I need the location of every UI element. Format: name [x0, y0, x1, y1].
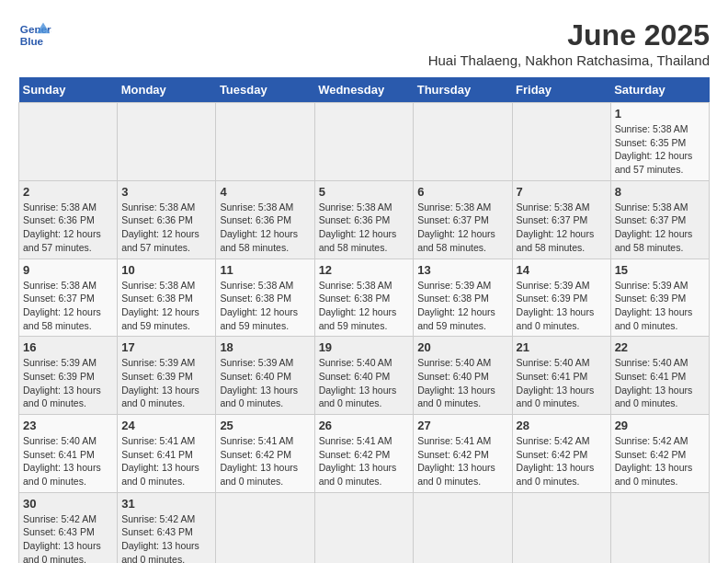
- week-row-2: 2 Sunrise: 5:38 AM Sunset: 6:36 PM Dayli…: [19, 180, 710, 259]
- empty-cell: [216, 492, 314, 563]
- day-cell-21: 21 Sunrise: 5:40 AM Sunset: 6:41 PM Dayl…: [512, 337, 610, 415]
- empty-cell: [19, 103, 118, 181]
- empty-cell: [610, 492, 709, 563]
- day-cell-10: 10 Sunrise: 5:38 AM Sunset: 6:38 PM Dayl…: [118, 259, 216, 337]
- empty-cell: [118, 103, 216, 181]
- calendar-table: Sunday Monday Tuesday Wednesday Thursday…: [18, 77, 710, 563]
- day-cell-6: 6 Sunrise: 5:38 AM Sunset: 6:37 PM Dayli…: [414, 180, 512, 259]
- day-cell-15: 15 Sunrise: 5:39 AM Sunset: 6:39 PM Dayl…: [610, 259, 709, 337]
- day-cell-16: 16 Sunrise: 5:39 AM Sunset: 6:39 PM Dayl…: [19, 337, 118, 415]
- col-monday: Monday: [118, 77, 216, 103]
- sub-title: Huai Thalaeng, Nakhon Ratchasima, Thaila…: [428, 52, 710, 68]
- day-cell-2: 2 Sunrise: 5:38 AM Sunset: 6:36 PM Dayli…: [19, 180, 118, 259]
- empty-cell: [314, 103, 414, 181]
- col-sunday: Sunday: [19, 77, 118, 103]
- day-cell-9: 9 Sunrise: 5:38 AM Sunset: 6:37 PM Dayli…: [19, 259, 118, 337]
- day-cell-7: 7 Sunrise: 5:38 AM Sunset: 6:37 PM Dayli…: [512, 180, 610, 259]
- day-cell-24: 24 Sunrise: 5:41 AM Sunset: 6:41 PM Dayl…: [118, 415, 216, 493]
- day-cell-30: 30 Sunrise: 5:42 AM Sunset: 6:43 PM Dayl…: [19, 492, 118, 563]
- day-cell-13: 13 Sunrise: 5:39 AM Sunset: 6:38 PM Dayl…: [414, 259, 512, 337]
- week-row-5: 23 Sunrise: 5:40 AM Sunset: 6:41 PM Dayl…: [19, 415, 710, 493]
- day-cell-5: 5 Sunrise: 5:38 AM Sunset: 6:36 PM Dayli…: [314, 180, 414, 259]
- day-cell-27: 27 Sunrise: 5:41 AM Sunset: 6:42 PM Dayl…: [414, 415, 512, 493]
- day-cell-25: 25 Sunrise: 5:41 AM Sunset: 6:42 PM Dayl…: [216, 415, 314, 493]
- week-row-3: 9 Sunrise: 5:38 AM Sunset: 6:37 PM Dayli…: [19, 259, 710, 337]
- day-cell-1: 1 Sunrise: 5:38 AM Sunset: 6:35 PM Dayli…: [610, 103, 709, 181]
- day-cell-26: 26 Sunrise: 5:41 AM Sunset: 6:42 PM Dayl…: [314, 415, 414, 493]
- week-row-4: 16 Sunrise: 5:39 AM Sunset: 6:39 PM Dayl…: [19, 337, 710, 415]
- svg-text:Blue: Blue: [20, 35, 44, 47]
- col-saturday: Saturday: [610, 77, 709, 103]
- logo-icon: General Blue: [18, 18, 51, 52]
- day-cell-23: 23 Sunrise: 5:40 AM Sunset: 6:41 PM Dayl…: [19, 415, 118, 493]
- day-cell-12: 12 Sunrise: 5:38 AM Sunset: 6:38 PM Dayl…: [314, 259, 414, 337]
- empty-cell: [314, 492, 414, 563]
- col-thursday: Thursday: [414, 77, 512, 103]
- day-cell-8: 8 Sunrise: 5:38 AM Sunset: 6:37 PM Dayli…: [610, 180, 709, 259]
- col-tuesday: Tuesday: [216, 77, 314, 103]
- day-cell-18: 18 Sunrise: 5:39 AM Sunset: 6:40 PM Dayl…: [216, 337, 314, 415]
- empty-cell: [414, 492, 512, 563]
- day-cell-20: 20 Sunrise: 5:40 AM Sunset: 6:40 PM Dayl…: [414, 337, 512, 415]
- day-cell-11: 11 Sunrise: 5:38 AM Sunset: 6:38 PM Dayl…: [216, 259, 314, 337]
- day-cell-28: 28 Sunrise: 5:42 AM Sunset: 6:42 PM Dayl…: [512, 415, 610, 493]
- day-cell-4: 4 Sunrise: 5:38 AM Sunset: 6:36 PM Dayli…: [216, 180, 314, 259]
- empty-cell: [216, 103, 314, 181]
- day-cell-31: 31 Sunrise: 5:42 AM Sunset: 6:43 PM Dayl…: [118, 492, 216, 563]
- empty-cell: [414, 103, 512, 181]
- title-area: June 2025 Huai Thalaeng, Nakhon Ratchasi…: [428, 18, 710, 68]
- col-friday: Friday: [512, 77, 610, 103]
- day-cell-17: 17 Sunrise: 5:39 AM Sunset: 6:39 PM Dayl…: [118, 337, 216, 415]
- main-title: June 2025: [428, 18, 710, 52]
- day-cell-22: 22 Sunrise: 5:40 AM Sunset: 6:41 PM Dayl…: [610, 337, 709, 415]
- header: General Blue June 2025 Huai Thalaeng, Na…: [18, 18, 710, 68]
- empty-cell: [512, 492, 610, 563]
- logo: General Blue: [18, 18, 51, 52]
- day-cell-29: 29 Sunrise: 5:42 AM Sunset: 6:42 PM Dayl…: [610, 415, 709, 493]
- empty-cell: [512, 103, 610, 181]
- calendar-header-row: Sunday Monday Tuesday Wednesday Thursday…: [19, 77, 710, 103]
- col-wednesday: Wednesday: [314, 77, 414, 103]
- day-cell-14: 14 Sunrise: 5:39 AM Sunset: 6:39 PM Dayl…: [512, 259, 610, 337]
- week-row-6: 30 Sunrise: 5:42 AM Sunset: 6:43 PM Dayl…: [19, 492, 710, 563]
- day-cell-3: 3 Sunrise: 5:38 AM Sunset: 6:36 PM Dayli…: [118, 180, 216, 259]
- day-cell-19: 19 Sunrise: 5:40 AM Sunset: 6:40 PM Dayl…: [314, 337, 414, 415]
- week-row-1: 1 Sunrise: 5:38 AM Sunset: 6:35 PM Dayli…: [19, 103, 710, 181]
